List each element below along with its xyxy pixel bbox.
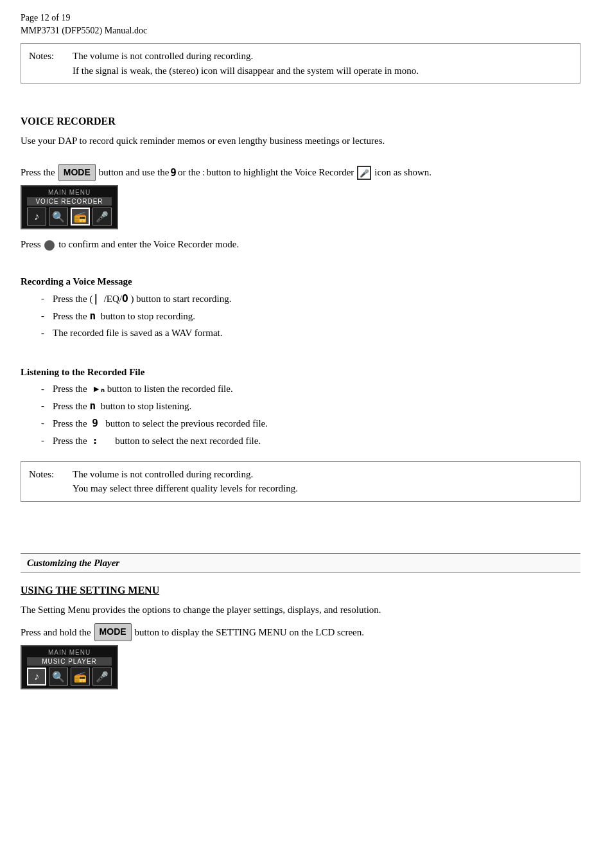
menu-icon-music-selected: ♪ [27, 668, 46, 686]
press-hold-post: button to display the SETTING MENU on th… [135, 624, 364, 641]
notes-label-2: Notes: [29, 467, 73, 496]
notes-label-1: Notes: [29, 49, 73, 78]
recording-bullet-3: The recorded file is saved as a WAV form… [41, 326, 580, 341]
listening-section-title: Listening to the Recorded File [21, 367, 580, 378]
main-menu-label-2: MAIN MENU [27, 649, 112, 656]
mode-button-2: MODE [94, 623, 132, 641]
setting-menu-title: USING THE SETTING MENU [21, 585, 580, 596]
circle-button-icon [44, 240, 55, 251]
listening-bullet-2: Press the n button to stop listening. [41, 398, 580, 414]
press-hold-pre: Press and hold the [21, 624, 91, 641]
menu-icon-search-2: 🔍 [49, 668, 68, 686]
notes-line-1b: If the signal is weak, the (stereo) icon… [73, 66, 419, 76]
notes-content-2: The volume is not controlled during reco… [73, 467, 572, 496]
menu-icons-row-1: ♪ 🔍 📻 🎤 [27, 208, 112, 226]
main-menu-label-1: MAIN MENU [27, 189, 112, 196]
listening-bullet-1: Press the ►ₙ button to listen the record… [41, 382, 580, 396]
press-hold-mode-line: Press and hold the MODE button to displa… [21, 623, 580, 641]
listening-bullet-3: Press the 9 button to select the previou… [41, 416, 580, 431]
page-number: Page 12 of 19 [21, 12, 580, 24]
press-circle-pre: Press [21, 239, 41, 249]
voice-recorder-intro: Use your DAP to record quick reminder me… [21, 134, 580, 148]
voice-recorder-icon: 🎤 [357, 166, 371, 180]
press-mode-mid1: button and use the [99, 164, 170, 181]
notes-line-1a: The volume is not controlled during reco… [73, 51, 253, 61]
menu-icon-voice: 🎤 [92, 208, 112, 226]
menu-icons-row-2: ♪ 🔍 📻 🎤 [27, 668, 112, 686]
recording-bullets: Press the (| /EQ/O ) button to start rec… [21, 291, 580, 341]
listening-bullet-4: Press the : button to select the next re… [41, 433, 580, 448]
press-mode-post: icon as shown. [374, 164, 431, 181]
menu-icon-search: 🔍 [49, 208, 68, 226]
menu-icon-voice-2: 🎤 [92, 668, 112, 686]
notes-content-1: The volume is not controlled during reco… [73, 49, 572, 78]
music-player-highlight: MUSIC PLAYER [27, 657, 112, 666]
listening-bullets: Press the ►ₙ button to listen the record… [21, 382, 580, 448]
voice-recorder-highlight: VOICE RECORDER [27, 197, 112, 206]
menu-icon-radio-selected: 📻 [71, 208, 90, 226]
voice-recorder-title: VOICE RECORDER [21, 116, 580, 127]
notes-box-2: Notes: The volume is not controlled duri… [21, 461, 580, 502]
document-title: MMP3731 (DFP5502) Manual.doc [21, 24, 580, 37]
notes-box-1: Notes: The volume is not controlled duri… [21, 43, 580, 84]
menu-icon-music: ♪ [27, 208, 46, 226]
press-circle-line: Press to confirm and enter the Voice Rec… [21, 237, 580, 252]
press-mode-mid3: button to highlight the Voice Recorder [206, 164, 354, 181]
press-circle-mid: to confirm and enter the Voice Recorder … [58, 239, 239, 249]
notes-line-2b: You may select three different quality l… [73, 483, 298, 493]
page-header: Page 12 of 19 MMP3731 (DFP5502) Manual.d… [21, 12, 580, 37]
press-mode-mid2: or the : [178, 164, 205, 181]
recording-bullet-1: Press the (| /EQ/O ) button to start rec… [41, 291, 580, 306]
main-menu-graphic-2: MAIN MENU MUSIC PLAYER ♪ 🔍 📻 🎤 [21, 645, 580, 689]
main-menu-graphic-1: MAIN MENU VOICE RECORDER ♪ 🔍 📻 🎤 [21, 185, 580, 229]
recording-section-title: Recording a Voice Message [21, 276, 580, 287]
menu-icon-radio-2: 📻 [71, 668, 90, 686]
notes-line-2a: The volume is not controlled during reco… [73, 469, 253, 479]
number-9-symbol: 9 [170, 164, 177, 181]
press-mode-pre: Press the [21, 164, 55, 181]
recording-bullet-2: Press the n button to stop recording. [41, 308, 580, 324]
press-mode-line: Press the MODE button and use the 9 or t… [21, 164, 580, 182]
customizing-section-label: Customizing the Player [21, 553, 580, 573]
mode-button-1: MODE [58, 164, 96, 182]
setting-menu-intro: The Setting Menu provides the options to… [21, 603, 580, 617]
